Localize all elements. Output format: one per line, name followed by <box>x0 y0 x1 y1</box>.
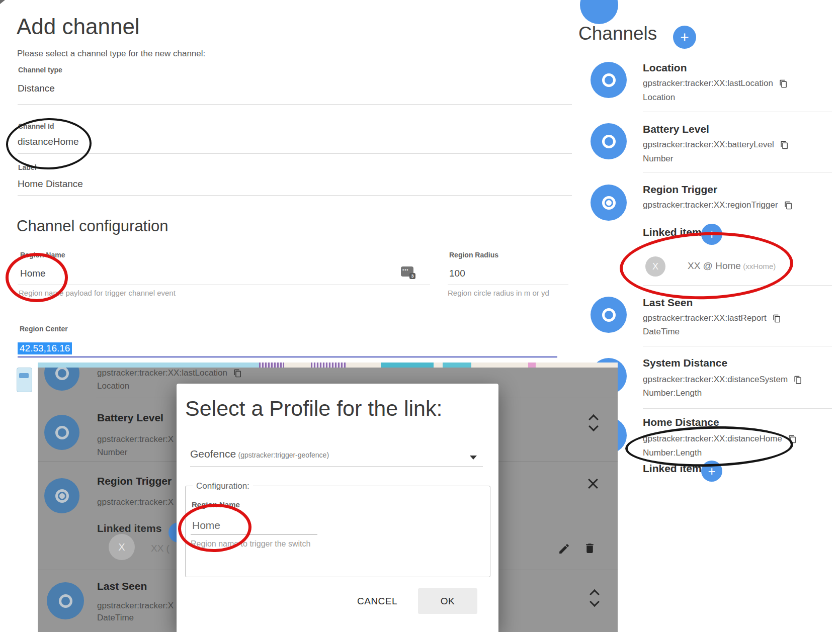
channels-heading: Channels <box>578 23 657 44</box>
page-title: Add channel <box>17 14 140 39</box>
form-filler-extension-icon[interactable]: ••• 3 <box>401 266 413 277</box>
configuration-fieldset: Configuration: <box>185 486 490 577</box>
channel-title: Last Seen <box>643 297 693 309</box>
underlying-icon-sliver <box>17 368 32 392</box>
sidebar-divider <box>643 346 832 346</box>
region-center-focus-underline <box>18 356 557 357</box>
move-down-icon[interactable] <box>589 421 599 431</box>
collapse-icon-bottom[interactable] <box>588 483 598 493</box>
region-radius-input[interactable]: 100 <box>449 268 465 279</box>
cancel-button[interactable]: CANCEL <box>357 596 397 607</box>
dimmed-channel-icon-location <box>44 368 79 391</box>
channel-type: Number:Length <box>643 448 702 458</box>
dialog-region-name-input[interactable]: Home <box>192 519 220 531</box>
channel-icon-region-trigger <box>591 185 627 221</box>
channel-id-label: Channel Id <box>18 122 54 130</box>
channel-uid: gpstracker:tracker:XX:regionTrigger <box>643 200 778 210</box>
ok-button[interactable]: OK <box>418 588 477 614</box>
delete-trash-icon[interactable] <box>583 542 596 555</box>
profile-dialog: Select a Profile for the link: Geofence … <box>177 384 498 632</box>
screenshot-seam-artifacts <box>38 363 618 368</box>
channel-id-value[interactable]: distanceHome <box>18 136 78 147</box>
profile-select-uid: (gpstracker:trigger-geofence) <box>238 451 329 459</box>
dimmed-channel-icon-last-seen <box>47 582 84 619</box>
dimmed-channel-uid-row: gpstracker:tracker:XX:lastLocation <box>97 368 242 378</box>
page-canvas: Add channel Please select a channel type… <box>0 0 840 632</box>
copy-icon[interactable] <box>794 376 802 384</box>
channel-title: System Distance <box>643 357 727 369</box>
channel-type: DateTime <box>643 327 680 337</box>
region-center-input[interactable]: 42.53,16.16 <box>18 342 72 354</box>
dialog-region-name-helper: Region name to trigger the switch <box>191 539 310 549</box>
linked-item-row[interactable]: XX @ Home (xxHome) <box>688 260 776 272</box>
add-channel-button[interactable]: + <box>673 26 696 49</box>
dimmed-channel-uid: gpstracker:tracker:X <box>97 601 174 611</box>
copy-icon[interactable] <box>779 79 788 88</box>
sidebar-divider <box>643 285 832 286</box>
ok-button-label: OK <box>441 596 455 607</box>
channel-uid: gpstracker:tracker:XX:lastLocation <box>643 78 773 88</box>
dimmed-channel-type: Number <box>97 447 127 458</box>
channel-title: Location <box>643 62 687 74</box>
channel-type-label: Channel type <box>18 66 62 74</box>
dimmed-channel-uid: gpstracker:tracker:XX:lastLocation <box>97 368 227 378</box>
copy-icon[interactable] <box>788 435 797 443</box>
dialog-region-name-label: Region Name <box>192 500 240 509</box>
channel-configuration-heading: Channel configuration <box>17 217 169 235</box>
linked-items-label: Linked items <box>643 463 707 475</box>
dimmed-channel-title: Battery Level <box>97 412 163 424</box>
dimmed-channel-icon-battery <box>44 415 79 450</box>
linked-item-text: XX @ Home <box>688 260 741 271</box>
extension-badge: 3 <box>409 273 415 279</box>
dialog-region-name-underline <box>191 534 317 535</box>
channel-uid-row: gpstracker:tracker:XX:distanceSystem <box>643 375 802 385</box>
channel-uid-row: gpstracker:tracker:XX:lastReport <box>643 313 781 323</box>
dimmed-linked-item-avatar: X <box>109 534 135 560</box>
page-subtitle: Please select a channel type for the new… <box>17 49 205 59</box>
dimmed-linked-items-label: Linked items <box>97 522 161 534</box>
dropdown-caret-icon[interactable] <box>470 456 477 460</box>
profile-select-value: Geofence <box>190 448 236 460</box>
dimmed-linked-item-text: XX ( <box>151 543 170 554</box>
channel-type: Location <box>643 93 675 103</box>
dimmed-channel-title: Last Seen <box>97 580 147 592</box>
channel-icon-last-seen <box>591 297 627 333</box>
dimmed-channel-uid: gpstracker:tracker:X <box>97 434 174 444</box>
configuration-legend: Configuration: <box>193 481 253 491</box>
label-field-value[interactable]: Home Distance <box>18 178 83 190</box>
region-radius-underline <box>448 285 568 285</box>
profile-select[interactable]: Geofence (gpstracker:trigger-geofence) <box>190 448 329 460</box>
profile-select-underline <box>190 467 483 467</box>
region-name-input[interactable]: Home <box>20 268 46 279</box>
copy-icon <box>233 369 242 378</box>
label-field-underline <box>18 195 572 196</box>
channel-uid-row: gpstracker:tracker:XX:regionTrigger <box>643 200 793 210</box>
channel-type-value[interactable]: Distance <box>18 83 55 94</box>
add-linked-item-button[interactable]: + <box>701 224 722 245</box>
dialog-title: Select a Profile for the link: <box>185 396 442 421</box>
region-name-helper: Region name payload for trigger channel … <box>19 289 176 297</box>
label-field-label: Label <box>18 163 37 171</box>
move-down-icon[interactable] <box>590 597 600 607</box>
linked-item-suffix: (xxHome) <box>743 262 776 270</box>
dimmed-channel-type: DateTime <box>97 613 134 623</box>
channel-type-underline <box>18 104 572 105</box>
sidebar-divider <box>643 112 832 112</box>
region-radius-label: Region Radius <box>449 251 498 259</box>
linked-items-label: Linked items <box>643 226 707 238</box>
copy-icon[interactable] <box>780 141 789 149</box>
region-name-underline <box>18 285 430 285</box>
add-linked-item-button[interactable]: + <box>701 461 722 482</box>
scroll-top-partial-circle <box>580 0 618 24</box>
channel-title: Region Trigger <box>643 184 717 196</box>
linked-item-avatar: X <box>645 256 665 277</box>
copy-icon[interactable] <box>773 314 781 323</box>
channel-uid-row: gpstracker:tracker:XX:batteryLevel <box>643 140 789 150</box>
copy-icon[interactable] <box>784 201 793 210</box>
underlying-icon-sliver-bar <box>19 373 29 378</box>
sidebar-divider <box>643 408 832 409</box>
dimmed-channel-uid: gpstracker:tracker:X <box>97 497 174 507</box>
channel-uid-row: gpstracker:tracker:XX:lastLocation <box>643 78 788 88</box>
edit-pencil-icon[interactable] <box>558 543 570 555</box>
channel-uid: gpstracker:tracker:XX:distanceHome <box>643 434 782 444</box>
